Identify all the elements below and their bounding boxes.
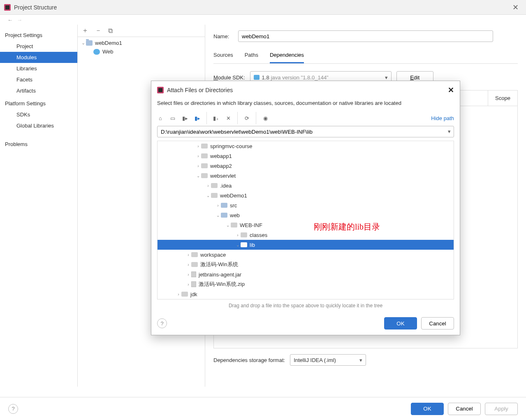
chevron-icon[interactable]: ⌄ <box>235 243 241 247</box>
file-tree-row[interactable]: ⌄web <box>158 210 454 220</box>
folder-icon <box>201 173 208 178</box>
folder-icon <box>221 203 227 208</box>
show-hidden-icon[interactable]: ◉ <box>262 115 269 121</box>
sdk-name: 1.8 <box>262 74 269 81</box>
window-close-icon[interactable]: ✕ <box>509 3 522 12</box>
title-bar: Project Structure ✕ <box>0 0 526 15</box>
sidebar-item-facets[interactable]: Facets <box>0 74 77 85</box>
sidebar-item-artifacts[interactable]: Artifacts <box>0 85 77 96</box>
path-input[interactable] <box>157 126 454 137</box>
file-tree-row[interactable]: ›src <box>158 200 454 210</box>
file-tree-label: .idea <box>220 183 232 189</box>
nav-back-icon[interactable]: ← <box>7 17 13 23</box>
desktop-icon[interactable]: ▭ <box>169 115 176 121</box>
file-tree-label: webDemo1 <box>220 193 247 199</box>
file-tree-row[interactable]: ›jdk <box>158 289 454 299</box>
chevron-icon[interactable]: › <box>215 203 221 208</box>
file-tree-row[interactable]: ⌄webDemo1 <box>158 190 454 200</box>
chevron-icon[interactable]: › <box>195 154 201 158</box>
file-tree-row[interactable]: ›jetbrains-agent.jar <box>158 269 454 279</box>
hide-path-link[interactable]: Hide path <box>431 115 454 121</box>
storage-format-select[interactable]: IntelliJ IDEA (.iml) <box>290 354 366 366</box>
chevron-icon[interactable]: › <box>185 253 191 257</box>
chevron-icon[interactable]: ⌄ <box>215 213 221 218</box>
file-tree-row[interactable]: ⌄WEB-INF <box>158 220 454 230</box>
refresh-icon[interactable]: ⟳ <box>243 115 250 121</box>
module-name-input[interactable] <box>238 30 493 42</box>
chevron-icon[interactable]: ⌄ <box>195 174 201 178</box>
folder-icon <box>191 252 198 257</box>
tree-row-web[interactable]: Web <box>78 47 205 56</box>
sidebar-item-modules[interactable]: Modules <box>0 52 77 63</box>
nav-arrows: ← → <box>0 15 526 25</box>
sidebar-item-libraries[interactable]: Libraries <box>0 63 77 74</box>
file-tree-label: 激活码-Win系统 <box>200 261 238 268</box>
chevron-icon[interactable]: › <box>205 183 211 188</box>
sidebar-item-global-libraries[interactable]: Global Libraries <box>0 120 77 131</box>
file-tree-label: WEB-INF <box>240 222 262 228</box>
chevron-icon[interactable]: › <box>185 272 191 277</box>
file-tree-row[interactable]: ⌄lib <box>158 240 454 250</box>
modal-ok-button[interactable]: OK <box>384 317 417 330</box>
folder-icon <box>86 40 93 46</box>
chevron-icon[interactable]: ⌄ <box>225 223 231 227</box>
sdk-version: java version "1.8.0_144" <box>271 74 329 81</box>
sidebar-item-problems[interactable]: Problems <box>0 139 77 150</box>
file-tree-label: workspace <box>200 252 226 258</box>
file-tree[interactable]: ›springmvc-course›webapp1›webapp2⌄webser… <box>157 141 454 299</box>
modal-help-icon[interactable]: ? <box>157 318 167 328</box>
file-tree-row[interactable]: ›激活码-Win系统 <box>158 260 454 269</box>
folder-icon <box>241 232 247 237</box>
file-tree-row[interactable]: ›classes <box>158 230 454 240</box>
module-tabs: Sources Paths Dependencies <box>213 49 518 64</box>
chevron-icon[interactable]: › <box>195 164 201 168</box>
sidebar-item-project[interactable]: Project <box>0 41 77 52</box>
help-icon[interactable]: ? <box>8 404 18 414</box>
nav-forward-icon[interactable]: → <box>17 17 22 23</box>
module-root-icon[interactable]: ▮▸ <box>194 115 201 121</box>
modal-title: Attach Files or Directories <box>167 87 233 93</box>
chevron-icon[interactable]: › <box>176 292 181 297</box>
tree-row-root[interactable]: ⌄ webDemo1 <box>78 39 205 47</box>
file-tree-row[interactable]: ›.idea <box>158 181 454 190</box>
add-icon[interactable]: ＋ <box>82 26 88 35</box>
chevron-icon[interactable]: › <box>185 282 191 287</box>
project-root-icon[interactable]: ▮▸ <box>182 115 188 121</box>
sidebar-item-sdks[interactable]: SDKs <box>0 109 77 120</box>
section-platform-settings: Platform Settings <box>0 96 77 109</box>
modal-toolbar: ⌂ ▭ ▮▸ ▮▸ ▮₊ ✕ ⟳ ◉ Hide path <box>151 112 460 124</box>
tab-sources[interactable]: Sources <box>213 49 233 63</box>
file-tree-label: 激活码-Win系统.zip <box>199 281 245 288</box>
chevron-icon[interactable]: › <box>195 144 201 149</box>
file-tree-label: webapp1 <box>210 153 232 159</box>
modal-cancel-button[interactable]: Cancel <box>421 317 454 330</box>
intellij-icon <box>4 4 11 11</box>
folder-icon <box>191 262 198 267</box>
remove-icon[interactable]: － <box>95 26 102 35</box>
tab-paths[interactable]: Paths <box>245 49 258 63</box>
chevron-icon[interactable]: ⌄ <box>205 193 211 198</box>
delete-icon[interactable]: ✕ <box>225 115 232 121</box>
home-icon[interactable]: ⌂ <box>157 115 164 121</box>
tab-dependencies[interactable]: Dependencies <box>270 49 304 63</box>
chevron-icon[interactable]: › <box>185 262 191 267</box>
intellij-icon <box>157 87 164 93</box>
folder-icon <box>201 163 208 168</box>
file-tree-row[interactable]: ›webapp1 <box>158 151 454 161</box>
chevron-down-icon[interactable]: ⌄ <box>80 40 86 46</box>
file-tree-row[interactable]: ›workspace <box>158 250 454 260</box>
new-folder-icon[interactable]: ▮₊ <box>213 115 219 121</box>
file-tree-label: jetbrains-agent.jar <box>199 271 241 278</box>
ok-button[interactable]: OK <box>411 403 444 415</box>
name-label: Name: <box>213 33 238 39</box>
chevron-icon[interactable]: › <box>235 233 241 237</box>
file-tree-row[interactable]: ⌄webservlet <box>158 171 454 181</box>
tree-label: webDemo1 <box>95 40 122 46</box>
file-tree-row[interactable]: ›springmvc-course <box>158 141 454 151</box>
folder-icon <box>221 213 227 218</box>
copy-icon[interactable]: ⧉ <box>108 27 113 35</box>
cancel-button[interactable]: Cancel <box>448 403 481 415</box>
modal-close-icon[interactable]: ✕ <box>448 86 454 95</box>
file-tree-row[interactable]: ›webapp2 <box>158 161 454 171</box>
file-tree-row[interactable]: ›激活码-Win系统.zip <box>158 279 454 289</box>
